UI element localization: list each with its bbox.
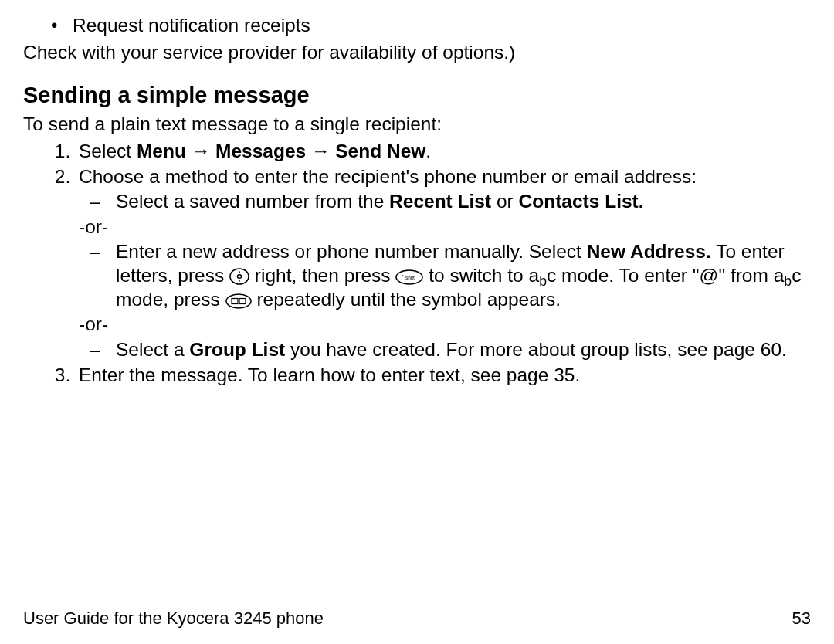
opt1-text-a: Select a saved number from the	[116, 191, 389, 212]
abc-c: c	[547, 265, 556, 286]
abc-a: a	[774, 265, 785, 286]
abc-mode-icon: abc	[529, 265, 557, 286]
or-divider: -or-	[79, 313, 811, 337]
shift-button-icon: *shift	[395, 269, 423, 285]
top-bullet-list: Request notification receipts	[23, 14, 811, 38]
opt2-text-f: mode. To enter "@" from	[556, 265, 773, 286]
step-2-intro: Choose a method to enter the recipient's…	[79, 166, 697, 187]
abc-c: c	[792, 265, 801, 286]
step-2-option-group-list: Select a Group List you have created. Fo…	[79, 338, 811, 362]
opt2-new-address: New Address.	[587, 241, 711, 262]
svg-point-2	[239, 271, 240, 273]
step-2: Choose a method to enter the recipient's…	[76, 165, 811, 362]
step-1-messages: Messages	[215, 141, 306, 161]
step-2-option-new-address: Enter a new address or phone number manu…	[79, 240, 811, 311]
opt1-text-c: or	[491, 191, 518, 212]
or-divider: -or-	[79, 215, 811, 239]
step-1-sendnew: Send New	[335, 141, 425, 161]
document-page: Request notification receipts Check with…	[0, 0, 834, 644]
footer-title: User Guide for the Kyocera 3245 phone	[23, 608, 324, 629]
svg-text:shift: shift	[405, 275, 415, 280]
abc-mode-icon: abc	[774, 265, 802, 286]
opt2-text-e: to switch to	[423, 265, 528, 286]
svg-point-1	[237, 275, 241, 279]
opt2-text-g: mode, press	[116, 289, 225, 310]
space-button-icon	[225, 293, 252, 309]
abc-a: a	[529, 265, 540, 286]
abc-b: b	[539, 273, 547, 289]
nav-button-icon	[229, 268, 249, 285]
opt3-text-c: you have created. For more about group l…	[285, 339, 787, 360]
page-footer: User Guide for the Kyocera 3245 phone 53	[23, 605, 811, 629]
intro-paragraph: To send a plain text message to a single…	[23, 113, 811, 137]
step-2-options-cont: Enter a new address or phone number manu…	[79, 240, 811, 311]
opt1-contacts-list: Contacts List.	[519, 191, 644, 212]
svg-point-7	[226, 294, 251, 308]
opt2-text-a: Enter a new address or phone number manu…	[116, 241, 587, 262]
abc-b: b	[784, 273, 792, 289]
svg-rect-9	[239, 298, 246, 303]
step-1-suffix: .	[425, 141, 431, 161]
arrow-icon: →	[311, 141, 331, 161]
step-2-option-recent-contacts: Select a saved number from the Recent Li…	[79, 190, 811, 214]
svg-point-3	[239, 280, 240, 282]
page-number: 53	[792, 608, 811, 629]
section-heading: Sending a simple message	[23, 83, 811, 108]
step-1: Select Menu → Messages → Send New.	[76, 140, 811, 164]
footer-row: User Guide for the Kyocera 3245 phone 53	[23, 608, 811, 629]
svg-rect-8	[232, 298, 238, 303]
svg-point-0	[230, 269, 249, 284]
top-bullet-item: Request notification receipts	[43, 14, 811, 38]
step-1-menu: Menu	[137, 141, 186, 161]
svg-text:*: *	[402, 274, 404, 279]
opt2-text-d: right, then press	[249, 265, 395, 286]
opt3-group-list: Group List	[189, 339, 285, 360]
opt1-recent-list: Recent List	[389, 191, 491, 212]
step-2-options-cont2: Select a Group List you have created. Fo…	[79, 338, 811, 362]
arrow-icon: →	[192, 141, 211, 161]
opt2-text-h: repeatedly until the symbol appears.	[252, 289, 561, 310]
step-2-options: Select a saved number from the Recent Li…	[79, 190, 811, 214]
footer-rule	[23, 605, 811, 605]
steps-list: Select Menu → Messages → Send New. Choos…	[23, 140, 811, 387]
top-paragraph: Check with your service provider for ava…	[23, 41, 811, 65]
opt3-text-a: Select a	[116, 339, 189, 360]
step-3: Enter the message. To learn how to enter…	[76, 364, 811, 388]
step-1-text-prefix: Select	[79, 141, 137, 161]
